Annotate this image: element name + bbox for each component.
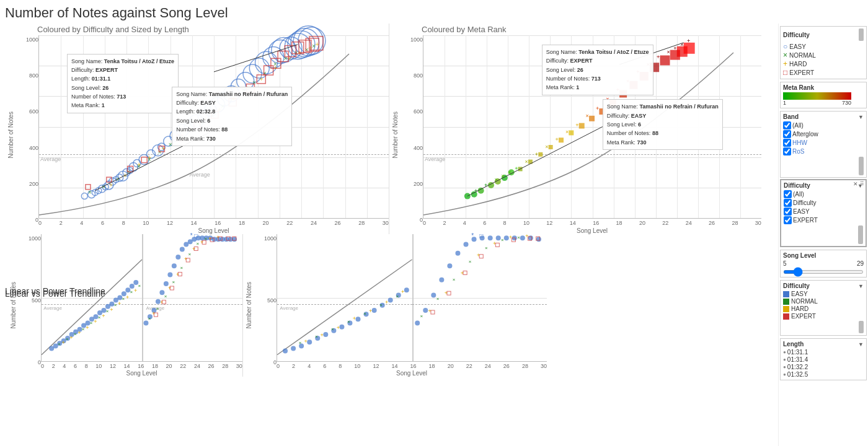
svg-text:×: × — [299, 340, 302, 346]
svg-text:+: + — [687, 38, 690, 44]
svg-rect-139 — [684, 43, 695, 54]
hard-swatch — [783, 306, 789, 312]
svg-rect-136 — [660, 55, 670, 65]
svg-text:×: × — [156, 306, 159, 312]
svg-text:×: × — [565, 129, 569, 135]
svg-point-103 — [464, 193, 471, 199]
bottom-scatter-others: × × × × × × × × × × — [42, 234, 242, 361]
diff-legend-expand[interactable]: ▼ — [858, 283, 864, 289]
sidebar: Difficulty ○ EASY × NORMAL + HARD — [778, 24, 868, 446]
top-right-plot: Average — [423, 35, 761, 219]
bottom-right-scatter: * □ × × × × × × × × — [277, 234, 547, 361]
expert-swatch — [783, 313, 789, 320]
legend-b-normal: NORMAL — [783, 298, 864, 305]
svg-point-268 — [415, 321, 420, 326]
diff-expert-checkbox[interactable] — [784, 216, 792, 224]
svg-text:*: * — [471, 232, 474, 239]
svg-text:+: + — [94, 318, 97, 325]
legend-expert: □ EXPERT — [783, 68, 864, 77]
bottom-charts-row: Linear vs Power Trendline Number of Note… — [5, 234, 778, 377]
svg-rect-250 — [232, 237, 236, 240]
diff-filter-drag[interactable]: ⠿ — [860, 181, 864, 187]
svg-point-279 — [504, 235, 509, 240]
svg-text:×: × — [485, 245, 488, 251]
svg-rect-84 — [128, 166, 133, 172]
svg-text:×: × — [58, 341, 61, 347]
svg-text:×: × — [501, 173, 504, 179]
svg-point-281 — [520, 235, 525, 240]
svg-text:×: × — [180, 265, 184, 271]
charts-area: Coloured by Difficulty and Sized by Leng… — [5, 24, 778, 446]
meta-rank-legend-section: Meta Rank 1 730 — [780, 82, 867, 108]
svg-text:+: + — [337, 325, 340, 331]
legend-b-easy: EASY — [783, 291, 864, 297]
band-all-checkbox[interactable] — [783, 121, 791, 129]
svg-text:+: + — [69, 334, 73, 341]
svg-text:+: + — [401, 289, 404, 295]
svg-rect-124 — [538, 152, 542, 157]
svg-text:×: × — [545, 144, 548, 150]
svg-text:+: + — [304, 338, 308, 344]
diff-all-checkbox[interactable] — [784, 190, 792, 198]
band-ros-checkbox[interactable] — [783, 147, 791, 155]
bottom-left-inner: Number of Notes 1000 500 0 — [7, 234, 242, 377]
svg-rect-86 — [159, 146, 164, 152]
svg-text:+: + — [515, 165, 518, 172]
svg-rect-82 — [86, 185, 91, 190]
svg-text:×: × — [130, 289, 133, 295]
svg-rect-126 — [559, 138, 564, 142]
length-expand-btn[interactable]: ▼ — [858, 341, 864, 348]
svg-text:×: × — [508, 169, 511, 175]
svg-text:×: × — [138, 283, 141, 289]
svg-text:×: × — [363, 311, 366, 317]
page-title: Number of Notes against Song Level — [5, 5, 868, 21]
svg-point-271 — [439, 278, 444, 282]
top-right-yaxis-label: Number of Notes — [389, 35, 401, 234]
band-afterglow-checkbox[interactable] — [783, 130, 791, 138]
bottom-left-chart: Number of Notes 1000 500 0 — [7, 234, 243, 377]
svg-text:+: + — [484, 182, 487, 188]
legend-b-hard: HARD — [783, 305, 864, 312]
svg-text:×: × — [98, 315, 101, 320]
top-left-title: Coloured by Difficulty and Sized by Leng… — [5, 24, 389, 35]
svg-rect-123 — [528, 160, 533, 164]
svg-text:+: + — [152, 310, 155, 317]
svg-text:+: + — [596, 105, 599, 112]
meta-rank-gradient — [783, 92, 851, 100]
svg-text:+: + — [86, 325, 89, 331]
svg-text:×: × — [164, 294, 167, 299]
svg-text:+: + — [61, 339, 64, 346]
difficulty-legend-bottom-section: Difficulty ▼ EASY NORMAL HARD EXPE — [780, 280, 867, 336]
svg-rect-83 — [107, 177, 112, 182]
top-left-plot: Average — [38, 35, 389, 219]
svg-text:+: + — [556, 136, 559, 142]
svg-text:×: × — [436, 296, 440, 302]
top-right-title: Coloured by Meta Rank — [389, 24, 761, 35]
svg-text:×: × — [114, 302, 117, 308]
top-right-plot-wrapper: Average — [423, 35, 761, 234]
svg-text:×: × — [74, 331, 77, 337]
diff-easy-checkbox[interactable] — [784, 208, 792, 216]
svg-text:×: × — [501, 237, 504, 243]
legend-b-expert: EXPERT — [783, 313, 864, 320]
svg-text:×: × — [90, 320, 93, 326]
top-right-inner: Number of Notes 1000 800 600 400 200 0 — [389, 35, 761, 234]
svg-rect-97 — [292, 42, 304, 54]
top-left-yaxis-label: Number of Notes — [5, 35, 16, 234]
svg-text:×: × — [172, 279, 175, 285]
song-level-slider[interactable] — [783, 270, 864, 274]
band-hhw-checkbox[interactable] — [783, 139, 791, 147]
svg-text:+: + — [216, 234, 219, 240]
svg-point-105 — [478, 188, 484, 194]
diff-difficulty-checkbox[interactable] — [784, 199, 792, 207]
tooltip-tr-2: Song Name: Tamashii no Refrain / Rufuran… — [603, 99, 723, 150]
svg-text:+: + — [575, 122, 578, 128]
svg-text:×: × — [420, 313, 423, 319]
svg-point-267 — [404, 287, 409, 292]
svg-text:+: + — [369, 308, 372, 314]
svg-text:+: + — [208, 235, 211, 242]
diff-filter-close[interactable]: ✕ — [853, 181, 858, 187]
svg-text:×: × — [82, 326, 85, 332]
svg-text:×: × — [66, 336, 69, 342]
band-expand-btn[interactable]: ▼ — [858, 114, 864, 120]
